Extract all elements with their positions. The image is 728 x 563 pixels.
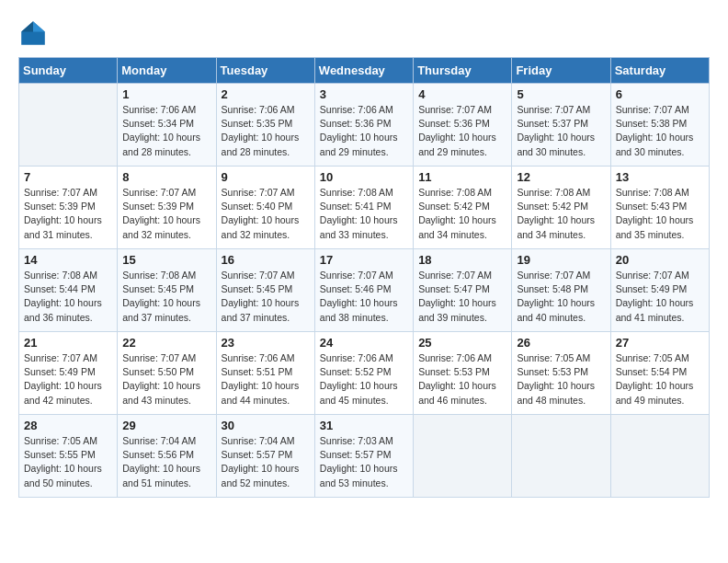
week-row-1: 1 Sunrise: 7:06 AMSunset: 5:34 PMDayligh… [19,84,710,167]
day-cell: 1 Sunrise: 7:06 AMSunset: 5:34 PMDayligh… [118,84,216,167]
day-number: 22 [122,336,210,350]
day-number: 5 [517,87,605,101]
day-cell: 10 Sunrise: 7:08 AMSunset: 5:41 PMDaylig… [314,167,413,249]
day-info: Sunrise: 7:06 AMSunset: 5:52 PMDaylight:… [320,351,408,408]
day-cell: 19 Sunrise: 7:07 AMSunset: 5:48 PMDaylig… [512,249,610,332]
day-cell: 22 Sunrise: 7:07 AMSunset: 5:50 PMDaylig… [118,332,216,415]
day-info: Sunrise: 7:07 AMSunset: 5:49 PMDaylight:… [24,351,112,408]
day-number: 9 [222,170,310,184]
day-info: Sunrise: 7:08 AMSunset: 5:41 PMDaylight:… [320,186,408,242]
day-cell: 9 Sunrise: 7:07 AMSunset: 5:40 PMDayligh… [216,167,314,249]
day-info: Sunrise: 7:08 AMSunset: 5:43 PMDaylight:… [616,186,704,242]
day-info: Sunrise: 7:07 AMSunset: 5:47 PMDaylight:… [418,269,506,325]
day-number: 3 [320,87,408,101]
col-header-monday: Monday [118,58,216,84]
day-number: 14 [24,253,112,267]
day-number: 19 [517,253,605,267]
day-cell: 6 Sunrise: 7:07 AMSunset: 5:38 PMDayligh… [610,84,709,167]
day-cell: 18 Sunrise: 7:07 AMSunset: 5:47 PMDaylig… [414,249,512,332]
day-cell: 30 Sunrise: 7:04 AMSunset: 5:57 PMDaylig… [216,415,314,498]
day-cell: 3 Sunrise: 7:06 AMSunset: 5:36 PMDayligh… [314,84,413,167]
day-info: Sunrise: 7:03 AMSunset: 5:57 PMDaylight:… [320,434,408,490]
day-info: Sunrise: 7:08 AMSunset: 5:44 PMDaylight:… [24,269,112,325]
page-header [18,18,710,48]
day-number: 24 [320,336,408,350]
day-number: 28 [24,419,112,432]
day-cell: 21 Sunrise: 7:07 AMSunset: 5:49 PMDaylig… [19,332,118,415]
day-cell: 14 Sunrise: 7:08 AMSunset: 5:44 PMDaylig… [19,249,118,332]
day-info: Sunrise: 7:07 AMSunset: 5:48 PMDaylight:… [517,269,605,325]
day-info: Sunrise: 7:07 AMSunset: 5:40 PMDaylight:… [222,186,310,242]
day-info: Sunrise: 7:07 AMSunset: 5:38 PMDaylight:… [616,103,704,159]
day-info: Sunrise: 7:06 AMSunset: 5:51 PMDaylight:… [222,351,310,408]
day-number: 6 [616,87,704,101]
day-info: Sunrise: 7:08 AMSunset: 5:42 PMDaylight:… [517,186,605,242]
day-number: 13 [616,170,704,184]
day-number: 17 [320,253,408,267]
week-row-5: 28 Sunrise: 7:05 AMSunset: 5:55 PMDaylig… [19,415,710,498]
day-cell: 23 Sunrise: 7:06 AMSunset: 5:51 PMDaylig… [216,332,314,415]
day-cell: 4 Sunrise: 7:07 AMSunset: 5:36 PMDayligh… [414,84,512,167]
day-info: Sunrise: 7:07 AMSunset: 5:46 PMDaylight:… [320,269,408,325]
day-number: 25 [418,336,506,350]
day-info: Sunrise: 7:05 AMSunset: 5:54 PMDaylight:… [616,351,704,408]
day-info: Sunrise: 7:06 AMSunset: 5:35 PMDaylight:… [222,103,310,159]
day-cell: 8 Sunrise: 7:07 AMSunset: 5:39 PMDayligh… [118,167,216,249]
day-number: 2 [222,87,310,101]
week-row-4: 21 Sunrise: 7:07 AMSunset: 5:49 PMDaylig… [19,332,710,415]
day-number: 30 [222,419,310,432]
col-header-wednesday: Wednesday [314,58,413,84]
day-cell [512,415,610,498]
day-info: Sunrise: 7:06 AMSunset: 5:34 PMDaylight:… [122,103,210,159]
day-info: Sunrise: 7:04 AMSunset: 5:57 PMDaylight:… [222,434,310,490]
day-info: Sunrise: 7:07 AMSunset: 5:37 PMDaylight:… [517,103,605,159]
day-info: Sunrise: 7:05 AMSunset: 5:55 PMDaylight:… [24,434,112,490]
day-cell: 5 Sunrise: 7:07 AMSunset: 5:37 PMDayligh… [512,84,610,167]
day-cell: 31 Sunrise: 7:03 AMSunset: 5:57 PMDaylig… [314,415,413,498]
week-row-2: 7 Sunrise: 7:07 AMSunset: 5:39 PMDayligh… [19,167,710,249]
day-cell: 24 Sunrise: 7:06 AMSunset: 5:52 PMDaylig… [314,332,413,415]
day-number: 23 [222,336,310,350]
calendar-table: SundayMondayTuesdayWednesdayThursdayFrid… [18,57,710,498]
day-number: 1 [122,87,210,101]
day-cell: 28 Sunrise: 7:05 AMSunset: 5:55 PMDaylig… [19,415,118,498]
day-info: Sunrise: 7:08 AMSunset: 5:42 PMDaylight:… [418,186,506,242]
logo [18,18,51,48]
day-cell [610,415,709,498]
day-cell: 15 Sunrise: 7:08 AMSunset: 5:45 PMDaylig… [118,249,216,332]
day-number: 20 [616,253,704,267]
day-info: Sunrise: 7:07 AMSunset: 5:39 PMDaylight:… [122,186,210,242]
day-info: Sunrise: 7:06 AMSunset: 5:36 PMDaylight:… [320,103,408,159]
day-cell: 2 Sunrise: 7:06 AMSunset: 5:35 PMDayligh… [216,84,314,167]
day-info: Sunrise: 7:07 AMSunset: 5:49 PMDaylight:… [616,269,704,325]
day-number: 7 [24,170,112,184]
day-number: 8 [122,170,210,184]
day-cell [414,415,512,498]
day-info: Sunrise: 7:07 AMSunset: 5:50 PMDaylight:… [122,351,210,408]
week-row-3: 14 Sunrise: 7:08 AMSunset: 5:44 PMDaylig… [19,249,710,332]
col-header-thursday: Thursday [414,58,512,84]
col-header-friday: Friday [512,58,610,84]
day-info: Sunrise: 7:04 AMSunset: 5:56 PMDaylight:… [122,434,210,490]
day-info: Sunrise: 7:07 AMSunset: 5:36 PMDaylight:… [418,103,506,159]
day-number: 26 [517,336,605,350]
logo-icon [18,18,48,48]
svg-marker-2 [21,21,33,31]
day-cell [19,84,118,167]
col-header-saturday: Saturday [610,58,709,84]
day-info: Sunrise: 7:07 AMSunset: 5:39 PMDaylight:… [24,186,112,242]
day-info: Sunrise: 7:08 AMSunset: 5:45 PMDaylight:… [122,269,210,325]
col-header-sunday: Sunday [19,58,118,84]
day-cell: 11 Sunrise: 7:08 AMSunset: 5:42 PMDaylig… [414,167,512,249]
day-info: Sunrise: 7:07 AMSunset: 5:45 PMDaylight:… [222,269,310,325]
day-cell: 13 Sunrise: 7:08 AMSunset: 5:43 PMDaylig… [610,167,709,249]
day-cell: 29 Sunrise: 7:04 AMSunset: 5:56 PMDaylig… [118,415,216,498]
day-number: 29 [122,419,210,432]
day-number: 12 [517,170,605,184]
day-number: 31 [320,419,408,432]
col-header-tuesday: Tuesday [216,58,314,84]
day-info: Sunrise: 7:06 AMSunset: 5:53 PMDaylight:… [418,351,506,408]
day-number: 10 [320,170,408,184]
day-cell: 16 Sunrise: 7:07 AMSunset: 5:45 PMDaylig… [216,249,314,332]
day-cell: 7 Sunrise: 7:07 AMSunset: 5:39 PMDayligh… [19,167,118,249]
